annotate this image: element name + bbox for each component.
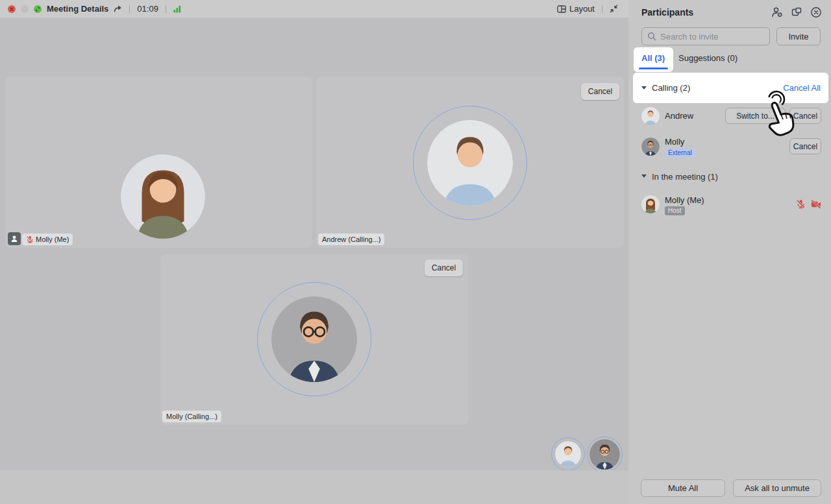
switch-to-button[interactable]: Switch to...	[725, 108, 786, 124]
ask-all-unmute-button[interactable]: Ask all to unmute	[733, 479, 821, 497]
mic-muted-icon	[26, 235, 34, 243]
tile-name-label: Molly (Calling...)	[162, 411, 221, 422]
cancel-call-button[interactable]: Cancel	[789, 138, 821, 154]
meeting-toolbar: Mic Camera Security	[0, 470, 628, 504]
divider	[166, 5, 166, 13]
layout-button[interactable]: Layout	[569, 4, 595, 14]
title-bar: Meeting Details 01:09 Layout	[0, 0, 628, 18]
cancel-call-button[interactable]: Cancel	[789, 108, 821, 124]
zoom-window-icon[interactable]	[34, 5, 42, 13]
calling-header[interactable]: Calling (2)	[652, 83, 690, 93]
avatar	[121, 154, 205, 239]
participant-name: Molly	[665, 137, 684, 147]
external-badge: External	[665, 149, 695, 158]
avatar	[427, 120, 513, 206]
in-meeting-header[interactable]: In the meeting (1)	[652, 172, 718, 182]
mic-muted-icon	[796, 199, 806, 209]
share-meeting-icon[interactable]	[113, 5, 122, 14]
close-window-icon[interactable]	[8, 5, 16, 13]
video-tile-molly-me[interactable]: Molly (Me)	[5, 77, 312, 248]
video-tile-andrew[interactable]: Cancel Andrew (Calling...)	[316, 77, 624, 248]
camera-off-icon	[811, 199, 821, 210]
avatar	[271, 296, 357, 382]
panel-title: Participants	[641, 7, 693, 18]
popout-panel-icon[interactable]	[791, 6, 802, 18]
participant-name: Andrew	[665, 111, 693, 121]
search-icon	[647, 32, 656, 41]
search-input[interactable]	[660, 32, 758, 42]
traffic-lights	[0, 5, 47, 13]
meeting-window: Meeting Details 01:09 Layout	[0, 0, 831, 504]
tab-all[interactable]: All (3)	[641, 53, 665, 63]
floating-calling-avatar-andrew	[551, 437, 585, 471]
host-badge: Host	[665, 206, 685, 215]
search-invite-box[interactable]	[641, 27, 770, 45]
manage-participants-icon[interactable]	[771, 6, 783, 18]
collapse-triangle-icon[interactable]	[641, 86, 647, 90]
tab-active-underline	[639, 67, 668, 69]
close-panel-icon[interactable]	[810, 6, 822, 18]
tile-name-label: Molly (Me)	[22, 234, 73, 245]
calling-ring	[257, 282, 371, 396]
mute-all-button[interactable]: Mute All	[641, 479, 725, 497]
collapse-triangle-icon[interactable]	[641, 174, 647, 178]
cancel-call-button[interactable]: Cancel	[581, 83, 619, 100]
meeting-timer: 01:09	[137, 4, 158, 14]
participant-name: Molly (Me)	[665, 195, 704, 205]
meeting-title: Meeting Details	[47, 4, 108, 14]
calling-section-header: Calling (2) Cancel All	[633, 73, 828, 103]
collapse-icon[interactable]	[610, 5, 618, 13]
participants-panel: Participants Invite All (3)	[628, 0, 831, 504]
tile-name-label: Andrew (Calling...)	[318, 234, 384, 245]
avatar	[641, 195, 660, 213]
minimize-window-icon[interactable]	[21, 5, 29, 13]
divider	[129, 5, 130, 13]
video-tile-molly-calling[interactable]: Cancel Molly (Calling...)	[160, 254, 468, 425]
floating-calling-avatar-molly	[587, 437, 623, 472]
tab-suggestions[interactable]: Suggestions (0)	[678, 53, 738, 63]
layout-icon[interactable]	[557, 5, 566, 14]
divider	[602, 5, 602, 13]
avatar	[641, 107, 660, 125]
cancel-all-link[interactable]: Cancel All	[783, 83, 821, 93]
user-type-icon	[8, 232, 21, 245]
cancel-call-button[interactable]: Cancel	[425, 259, 463, 276]
invite-button[interactable]: Invite	[776, 27, 821, 45]
calling-ring	[413, 106, 527, 220]
network-signal-icon	[173, 5, 181, 13]
avatar	[641, 138, 660, 156]
